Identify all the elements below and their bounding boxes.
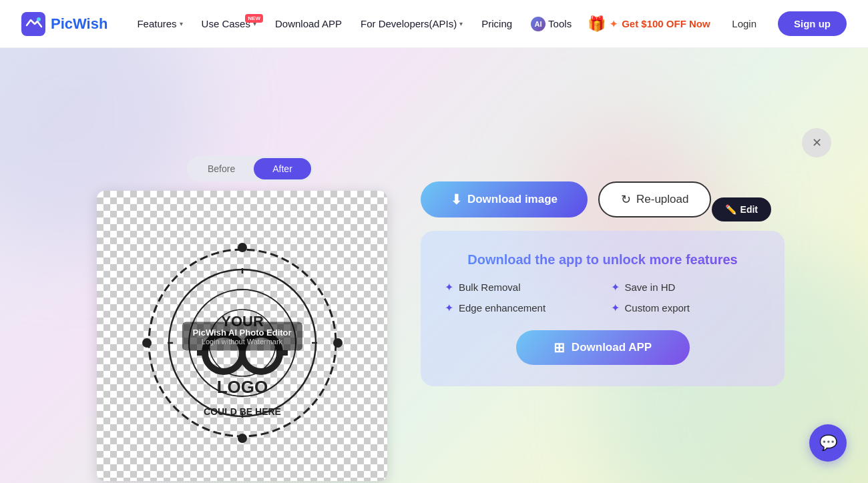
download-icon: ⬇ xyxy=(451,191,462,207)
logo-icon xyxy=(21,12,45,36)
logo-link[interactable]: PicWish xyxy=(21,12,107,36)
promo-link[interactable]: 🎁 ✦ Get $100 OFF Now xyxy=(588,15,710,33)
feature-edge-enhancement: ✦ Edge enhancement xyxy=(445,302,595,314)
logo-text: PicWish xyxy=(51,15,107,33)
nav-items: Features ▾ Use Cases ▾ NEW Download APP … xyxy=(129,11,718,37)
right-panel: ⬇ Download image ↻ Re-upload Download th… xyxy=(421,181,785,386)
before-button[interactable]: Before xyxy=(189,158,254,179)
before-after-toggle: Before After xyxy=(187,156,313,181)
svg-point-8 xyxy=(142,338,152,348)
chat-button[interactable]: 💬 xyxy=(809,424,847,462)
image-preview: YOUR LOGO COULD BE HERE PicWish AI Photo… xyxy=(97,191,387,481)
gift-icon: 🎁 xyxy=(588,15,606,33)
svg-point-1 xyxy=(37,17,41,21)
close-icon: ✕ xyxy=(812,135,822,150)
login-button[interactable]: Login xyxy=(718,13,770,35)
chevron-down-icon: ▾ xyxy=(459,20,463,27)
svg-text:COULD BE HERE: COULD BE HERE xyxy=(204,406,281,417)
download-image-button[interactable]: ⬇ Download image xyxy=(421,181,588,217)
main-content: Before After ✏️ Edit xyxy=(0,48,868,483)
svg-text:LOGO: LOGO xyxy=(216,377,268,397)
app-promo-card: Download the app to unlock more features… xyxy=(421,231,785,386)
after-button[interactable]: After xyxy=(254,158,311,179)
nav-item-download-app[interactable]: Download APP xyxy=(267,13,350,35)
chevron-down-icon: ▾ xyxy=(180,20,183,27)
new-badge: NEW xyxy=(245,14,263,23)
reupload-icon: ↻ xyxy=(621,192,631,207)
promo-title: Download the app to unlock more features xyxy=(445,252,761,268)
nav-right: Login Sign up xyxy=(718,11,847,36)
nav-item-pricing[interactable]: Pricing xyxy=(473,13,520,35)
reupload-button[interactable]: ↻ Re-upload xyxy=(598,181,711,217)
nav-item-tools[interactable]: AI Tools xyxy=(523,11,580,37)
star-icon: ✦ xyxy=(611,281,620,294)
logo-circle-svg: YOUR LOGO COULD BE HERE xyxy=(136,209,349,463)
chat-icon: 💬 xyxy=(819,434,837,452)
svg-point-7 xyxy=(238,434,247,443)
svg-point-6 xyxy=(238,243,247,252)
navbar: PicWish Features ▾ Use Cases ▾ NEW Downl… xyxy=(0,0,868,48)
app-icon: ⊞ xyxy=(554,340,565,356)
nav-item-use-cases[interactable]: Use Cases ▾ NEW xyxy=(194,13,264,35)
feature-bulk-removal: ✦ Bulk Removal xyxy=(445,281,595,294)
stars-icon: ✦ xyxy=(610,19,618,29)
star-icon: ✦ xyxy=(445,281,453,294)
star-icon: ✦ xyxy=(445,302,453,314)
close-button[interactable]: ✕ xyxy=(802,128,831,157)
star-icon: ✦ xyxy=(611,302,620,314)
download-app-button[interactable]: ⊞ Download APP xyxy=(516,330,690,365)
nav-item-features[interactable]: Features ▾ xyxy=(129,13,190,35)
action-buttons: ⬇ Download image ↻ Re-upload xyxy=(421,181,785,217)
image-content: YOUR LOGO COULD BE HERE xyxy=(97,191,387,481)
svg-rect-0 xyxy=(21,12,45,36)
svg-point-9 xyxy=(333,338,343,348)
svg-text:YOUR: YOUR xyxy=(221,313,264,330)
features-grid: ✦ Bulk Removal ✦ Save in HD ✦ Edge enhan… xyxy=(445,281,761,314)
feature-custom-export: ✦ Custom export xyxy=(611,302,761,314)
ai-badge: AI xyxy=(531,17,546,31)
feature-save-hd: ✦ Save in HD xyxy=(611,281,761,294)
signup-button[interactable]: Sign up xyxy=(778,11,847,36)
nav-item-developers[interactable]: For Developers(APIs) ▾ xyxy=(353,13,471,35)
